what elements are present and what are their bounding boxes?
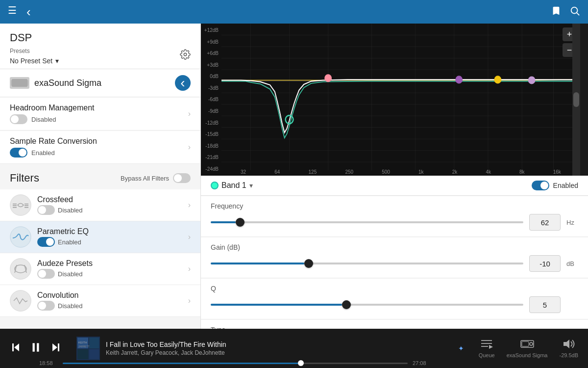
track-title: I Fall in Love Too Easily/The Fire Withi… (106, 341, 452, 348)
q-slider[interactable] (211, 304, 523, 306)
bookmark-icon[interactable] (551, 5, 562, 19)
crossfeed-toggle[interactable] (37, 205, 55, 215)
y-label-m24: -24dB (202, 166, 220, 172)
band-dot (211, 182, 219, 189)
svg-rect-11 (24, 206, 28, 207)
svg-point-14 (10, 259, 31, 279)
x-label-64: 64 (274, 169, 280, 175)
frequency-param: Frequency 62 Hz (201, 196, 588, 237)
headroom-chevron-icon: › (188, 109, 191, 118)
eq-svg-container: 32 64 125 250 500 1k 2k 4k 8k 16k (221, 24, 580, 176)
svg-rect-10 (24, 204, 28, 205)
progress-fill (63, 363, 301, 364)
filter-parametric-eq[interactable]: Parametric EQ Enabled › (0, 221, 200, 253)
convolution-toggle[interactable] (37, 301, 55, 311)
svg-rect-46 (12, 343, 14, 351)
svg-line-1 (577, 13, 579, 15)
hires-icon: ✦ (458, 344, 464, 352)
progress-thumb[interactable] (298, 360, 304, 366)
svg-rect-63 (522, 342, 529, 346)
search-icon[interactable] (569, 5, 580, 19)
svg-point-40 (456, 76, 463, 83)
svg-marker-45 (14, 343, 19, 351)
svg-marker-65 (564, 340, 569, 348)
queue-icon (480, 339, 493, 351)
y-label-3: +3dB (202, 62, 220, 68)
crossfeed-chevron-icon: › (188, 201, 191, 210)
back-icon[interactable]: ‹ (26, 4, 31, 20)
preset-selector[interactable]: No Preset Set ▾ (10, 57, 59, 65)
gain-thumb[interactable] (304, 259, 313, 268)
convolution-chevron-icon: › (188, 296, 191, 305)
parametric-eq-toggle[interactable] (37, 237, 55, 247)
audeze-status: Disabled (58, 270, 83, 278)
frequency-thumb[interactable] (236, 218, 245, 227)
q-label: Q (211, 285, 578, 292)
dsp-header: DSP Presets No Preset Set ▾ (0, 24, 200, 69)
x-label-1k: 1k (418, 169, 424, 175)
filter-crossfeed[interactable]: Crossfeed Disabled › (0, 189, 200, 221)
frequency-label: Frequency (211, 202, 578, 210)
svg-rect-54 (77, 349, 88, 359)
svg-point-5 (23, 81, 26, 84)
presets-label: Presets (10, 48, 30, 54)
time-total: 27:08 (413, 360, 431, 366)
y-label-m15: -15dB (202, 131, 220, 137)
x-label-8k: 8k (519, 169, 525, 175)
volume-control[interactable]: -29.5dB (559, 339, 578, 358)
sample-rate-row[interactable]: Sample Rate Conversion Enabled › (0, 131, 200, 164)
svg-rect-50 (58, 343, 59, 351)
y-label-6: +6dB (202, 51, 220, 56)
device-name: exaSound Sigma (34, 78, 101, 88)
y-label-0: 0dB (202, 74, 220, 79)
y-label-m9: -9dB (202, 108, 220, 114)
band-enabled-control: Enabled (532, 181, 578, 190)
audeze-chevron-icon: › (188, 264, 191, 273)
headroom-title: Headroom Management (10, 104, 188, 112)
bypass-toggle[interactable] (173, 173, 191, 183)
svg-point-44 (528, 77, 535, 84)
svg-rect-4 (12, 81, 22, 84)
sample-rate-section: Sample Rate Conversion Enabled › (0, 131, 200, 164)
frequency-value[interactable]: 62 (529, 214, 561, 231)
prev-button[interactable] (10, 342, 22, 356)
sample-rate-title: Sample Rate Conversion (10, 137, 188, 146)
menu-icon[interactable]: ☰ (8, 4, 17, 20)
filter-audeze-presets[interactable]: Audeze Presets Disabled › (0, 253, 200, 285)
q-thumb[interactable] (342, 300, 351, 309)
gear-icon[interactable] (180, 49, 191, 62)
gain-slider[interactable] (211, 263, 523, 264)
band-enabled-toggle[interactable] (532, 181, 549, 190)
headroom-toggle[interactable] (10, 114, 27, 124)
svg-rect-53 (89, 338, 99, 348)
svg-marker-61 (489, 345, 493, 349)
filters-title: Filters (10, 172, 39, 184)
next-button[interactable] (50, 342, 62, 356)
frequency-slider[interactable] (211, 221, 523, 223)
progress-track[interactable] (63, 363, 408, 364)
audeze-toggle[interactable] (37, 269, 55, 279)
x-label-125: 125 (309, 169, 317, 175)
pause-button[interactable] (29, 341, 42, 356)
band-selector[interactable]: Band 1 ▾ (211, 181, 253, 190)
sample-rate-toggle[interactable] (10, 148, 27, 158)
filter-convolution[interactable]: Convolution Disabled › (0, 285, 200, 317)
svg-rect-8 (13, 206, 17, 207)
queue-control[interactable]: Queue (479, 339, 495, 358)
headroom-row[interactable]: Headroom Management Disabled › (0, 98, 200, 131)
device-control[interactable]: exaSound Sigma (507, 339, 548, 358)
top-bar: ☰ ‹ (0, 0, 588, 24)
track-text: I Fall in Love Too Easily/The Fire Withi… (106, 341, 452, 356)
gain-value[interactable]: -10 (529, 255, 561, 272)
eq-scrollbar-thumb[interactable] (573, 92, 579, 107)
device-back-icon[interactable]: ‹ (175, 75, 191, 91)
queue-label: Queue (479, 352, 495, 358)
eq-scrollbar[interactable] (572, 24, 580, 176)
bottom-bar: KEITH JARRETT I Fall in Love Too Easily/… (0, 329, 588, 368)
y-label-m3: -3dB (202, 85, 220, 91)
audeze-presets-name: Audeze Presets (37, 259, 93, 268)
q-value[interactable]: 5 (529, 296, 561, 313)
svg-point-2 (184, 53, 187, 56)
chevron-down-icon: ▾ (55, 57, 59, 65)
svg-point-6 (10, 195, 31, 215)
